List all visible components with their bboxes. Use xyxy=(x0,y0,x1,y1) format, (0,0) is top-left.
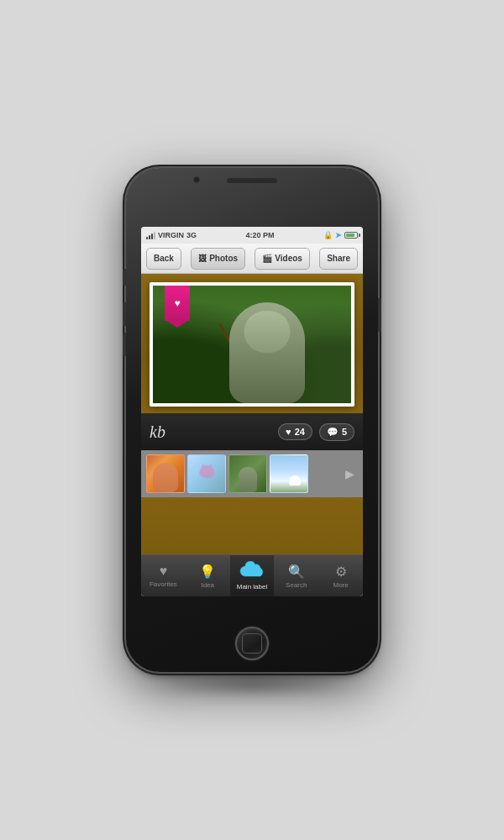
next-thumb-button[interactable]: ▶ xyxy=(341,454,358,493)
bookmark-heart-icon: ♥ xyxy=(174,297,180,309)
main-photo-wrap: ♥ xyxy=(141,274,363,413)
screen: VIRGIN 3G 4:20 PM 🔒 ➤ Back 🖼 Photos xyxy=(141,227,363,596)
status-right: 🔒 ➤ xyxy=(323,231,358,239)
tab-bar: ♥ Favorites 💡 Idea Main label 🔍 Search xyxy=(141,554,363,596)
carrier-label: VIRGIN xyxy=(158,231,184,239)
signal-bar-3 xyxy=(151,234,153,239)
thumbnail-2[interactable] xyxy=(187,454,226,493)
videos-label: Videos xyxy=(275,254,302,263)
creature-body xyxy=(229,302,305,403)
battery xyxy=(344,232,358,239)
more-icon: ⚙ xyxy=(335,564,347,580)
status-bar: VIRGIN 3G 4:20 PM 🔒 ➤ xyxy=(141,227,363,244)
tab-idea[interactable]: 💡 Idea xyxy=(186,555,230,596)
network-label: 3G xyxy=(186,231,197,239)
search-icon: 🔍 xyxy=(288,564,305,580)
status-left: VIRGIN 3G xyxy=(146,231,197,239)
phone-shadow xyxy=(151,672,353,697)
home-button-inner xyxy=(242,633,262,654)
favorites-label: Favorites xyxy=(150,580,177,588)
tab-search[interactable]: 🔍 Search xyxy=(274,555,318,596)
nav-bar: Back 🖼 Photos 🎬 Videos Share xyxy=(141,244,363,274)
creature-head xyxy=(244,311,291,353)
front-camera xyxy=(193,176,200,183)
location-icon: ➤ xyxy=(335,231,342,239)
videos-icon: 🎬 xyxy=(262,254,272,263)
videos-button[interactable]: 🎬 Videos xyxy=(255,248,310,270)
photos-icon: 🖼 xyxy=(198,254,207,263)
signal-bar-2 xyxy=(149,235,150,239)
signal-bar-1 xyxy=(146,237,148,239)
phone-shell: VIRGIN 3G 4:20 PM 🔒 ➤ Back 🖼 Photos xyxy=(126,168,378,672)
power-button[interactable] xyxy=(378,298,381,332)
more-label: More xyxy=(333,581,348,589)
volume-down-button[interactable] xyxy=(123,333,126,356)
thumbnails-bar: ▶ xyxy=(141,450,363,497)
tab-main-label[interactable]: Main label xyxy=(230,555,275,596)
heart-icon: ♥ xyxy=(286,427,291,437)
photos-button[interactable]: 🖼 Photos xyxy=(191,248,245,270)
bookmark-ribbon[interactable]: ♥ xyxy=(165,286,190,321)
thumbnail-3[interactable] xyxy=(228,454,267,493)
photos-label: Photos xyxy=(209,254,238,263)
home-button[interactable] xyxy=(235,627,269,660)
volume-up-button[interactable] xyxy=(123,302,126,326)
main-label-tab-label: Main label xyxy=(237,583,267,591)
tab-more[interactable]: ⚙ More xyxy=(318,555,363,596)
cloud-icon xyxy=(239,561,265,581)
thumb-img-2 xyxy=(188,455,225,492)
search-label: Search xyxy=(286,581,307,589)
content-area: ♥ kb ♥ 24 💬 5 xyxy=(141,274,363,554)
likes-count: 24 xyxy=(295,427,305,437)
comments-count: 5 xyxy=(342,427,347,437)
idea-icon: 💡 xyxy=(199,564,216,580)
lock-icon: 🔒 xyxy=(323,231,333,239)
back-label: Back xyxy=(154,254,174,263)
share-button[interactable]: Share xyxy=(319,248,358,270)
idea-label: Idea xyxy=(201,581,214,589)
thumbnail-4[interactable] xyxy=(270,454,308,493)
comments-badge[interactable]: 💬 5 xyxy=(319,423,354,441)
favorites-icon: ♥ xyxy=(160,564,168,579)
thumb-img-3 xyxy=(229,455,266,492)
mute-button[interactable] xyxy=(123,269,126,286)
info-bar: kb ♥ 24 💬 5 xyxy=(141,413,363,450)
time-label: 4:20 PM xyxy=(246,231,275,239)
main-photo-frame: ♥ xyxy=(150,282,354,407)
battery-fill xyxy=(346,234,354,237)
signal-bar-4 xyxy=(154,232,155,239)
signal-bars xyxy=(146,232,155,239)
thumb-img-1 xyxy=(147,455,184,492)
kb-logo: kb xyxy=(150,423,165,442)
back-button[interactable]: Back xyxy=(146,248,181,270)
earpiece xyxy=(227,178,277,183)
tab-favorites[interactable]: ♥ Favorites xyxy=(141,555,186,596)
thumb-img-4 xyxy=(270,455,307,492)
thumbnail-1[interactable] xyxy=(146,454,185,493)
share-label: Share xyxy=(327,254,350,263)
likes-badge[interactable]: ♥ 24 xyxy=(278,423,312,440)
comment-icon: 💬 xyxy=(327,427,339,438)
